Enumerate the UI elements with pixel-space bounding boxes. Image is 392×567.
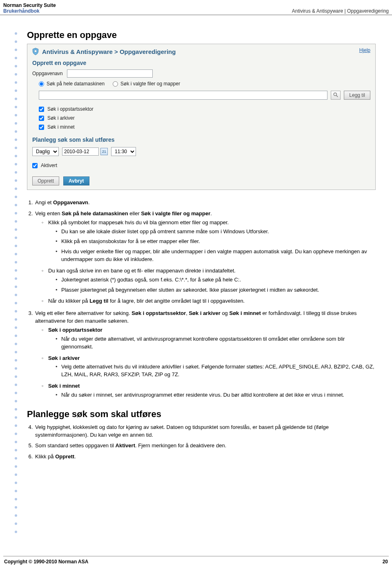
- checkbox-memory-label: Søk i minnet: [47, 124, 75, 130]
- shield-icon: [31, 47, 40, 56]
- radio-whole-label: Søk på hele datamaskinen: [47, 81, 105, 87]
- path-input[interactable]: [39, 91, 327, 100]
- checkbox-enabled[interactable]: Aktivert: [32, 161, 370, 170]
- radio-whole-input[interactable]: [39, 81, 44, 87]
- frequency-select[interactable]: Daglig: [32, 147, 59, 156]
- radio-option-whole[interactable]: Søk på hele datamaskinen: [39, 81, 105, 87]
- step-2: Velg enten Søk på hele datamaskinen elle…: [34, 208, 376, 308]
- opt-mem: Søk i minnet Når du søker i minnet, ser …: [42, 381, 376, 402]
- checkbox-memory-input[interactable]: [39, 125, 44, 130]
- instruction-list: Angi et Oppgavenavn. Velg enten Søk på h…: [34, 197, 376, 403]
- checkbox-enabled-input[interactable]: [32, 163, 38, 168]
- radio-option-selected[interactable]: Søk i valgte filer og mapper: [113, 81, 180, 87]
- header-breadcrumb: Antivirus & Antispyware | Oppgaverediger…: [292, 8, 389, 14]
- checkbox-archives-label: Søk i arkiver: [47, 115, 75, 121]
- step-1: Angi et Oppgavenavn.: [34, 197, 376, 208]
- opt-boot-desc: Når du velger dette alternativet, vil an…: [56, 334, 376, 352]
- product-name: Norman Security Suite: [3, 2, 56, 8]
- time-select[interactable]: 11:30: [111, 147, 136, 156]
- step-2-sub-2-b2: Plasser jokertegnet på begynnelsen eller…: [56, 285, 376, 295]
- create-button[interactable]: Opprett: [32, 176, 59, 185]
- checkbox-boot-input[interactable]: [39, 107, 44, 112]
- decorative-dot-column: [15, 30, 20, 533]
- date-input[interactable]: [62, 147, 99, 156]
- checkbox-memory[interactable]: Søk i minnet: [39, 123, 370, 132]
- instruction-list-2: Velg hyppighet, klokkeslett og dato for …: [34, 422, 376, 462]
- opt-boot: Søk i oppstartssektor Når du velger dett…: [42, 325, 376, 353]
- checkbox-archives[interactable]: Søk i arkiver: [39, 114, 370, 123]
- app-breadcrumb-text: Antivirus & Antispyware > Oppgaverediger…: [42, 48, 176, 55]
- step-2-sub-1-b1: Du kan se alle lokale disker listet opp …: [56, 227, 376, 237]
- opt-arch-desc: Velg dette alternativet hvis du vil inkl…: [56, 362, 376, 380]
- checkbox-boot-label: Søk i oppstartssektor: [47, 106, 94, 112]
- step-2-sub-1-b3: Hvis du velger enkelte filer og mapper, …: [56, 247, 376, 265]
- browse-folder-button[interactable]: [331, 91, 341, 100]
- section-title-schedule: Planlegge søk som skal utføres: [27, 409, 376, 420]
- page-header: Norman Security Suite Brukerhåndbok Anti…: [0, 0, 392, 15]
- step-2-sub-3: Når du klikker på Legg til for å lagre, …: [42, 296, 376, 306]
- cancel-button[interactable]: Avbryt: [63, 176, 89, 185]
- checkbox-enabled-label: Aktivert: [41, 163, 57, 168]
- page-footer: Copyright © 1990-2010 Norman ASA 20: [3, 556, 389, 567]
- step-2-sub-1-b2: Klikk på en stasjonsbokstav for å se ett…: [56, 237, 376, 247]
- section-title-create-task: Opprette en oppgave: [27, 30, 376, 40]
- svg-point-1: [334, 93, 337, 96]
- app-panel: Antivirus & Antispyware > Oppgaverediger…: [27, 44, 376, 190]
- panel-title-schedule: Planlegg søk som skal utføres: [27, 134, 375, 145]
- checkbox-boot-sector[interactable]: Søk i oppstartssektor: [39, 105, 370, 114]
- radio-selected-label: Søk i valgte filer og mapper: [120, 81, 180, 87]
- checkbox-archives-input[interactable]: [39, 116, 44, 121]
- taskname-input[interactable]: [67, 69, 153, 78]
- taskname-label: Oppgavenavn: [32, 71, 63, 76]
- step-4: Velg hyppighet, klokkeslett og dato for …: [34, 422, 376, 441]
- step-3: Velg ett eller flere alternativer for sø…: [34, 308, 376, 403]
- opt-arch: Søk i arkiver Velg dette alternativet hv…: [42, 353, 376, 382]
- radio-selected-input[interactable]: [113, 81, 118, 87]
- magnifier-icon: [333, 92, 339, 99]
- svg-point-0: [34, 50, 37, 53]
- copyright-text: Copyright © 1990-2010 Norman ASA: [4, 559, 88, 565]
- step-5: Som standard settes oppgaven til Aktiver…: [34, 440, 376, 451]
- step-2-sub-2-b1: Jokertegnet asterisk (*) godtas også, so…: [56, 275, 376, 285]
- app-breadcrumb: Antivirus & Antispyware > Oppgaverediger…: [27, 44, 375, 57]
- page-number: 20: [383, 559, 388, 565]
- step-2-sub-2: Du kan også skrive inn en bane og et fil…: [42, 266, 376, 297]
- step-6: Klikk på Opprett.: [34, 451, 376, 462]
- step-2-sub-1: Klikk på symbolet for mappesøk hvis du v…: [42, 218, 376, 266]
- calendar-icon[interactable]: 21: [100, 148, 108, 155]
- add-button[interactable]: Legg til: [344, 91, 370, 100]
- help-link[interactable]: Hjelp: [359, 47, 370, 53]
- doc-name: Brukerhåndbok: [3, 8, 56, 14]
- opt-mem-desc: Når du søker i minnet, ser antivirusprog…: [56, 390, 376, 400]
- panel-title-create: Opprett en oppgave: [27, 57, 375, 68]
- svg-line-2: [336, 95, 338, 97]
